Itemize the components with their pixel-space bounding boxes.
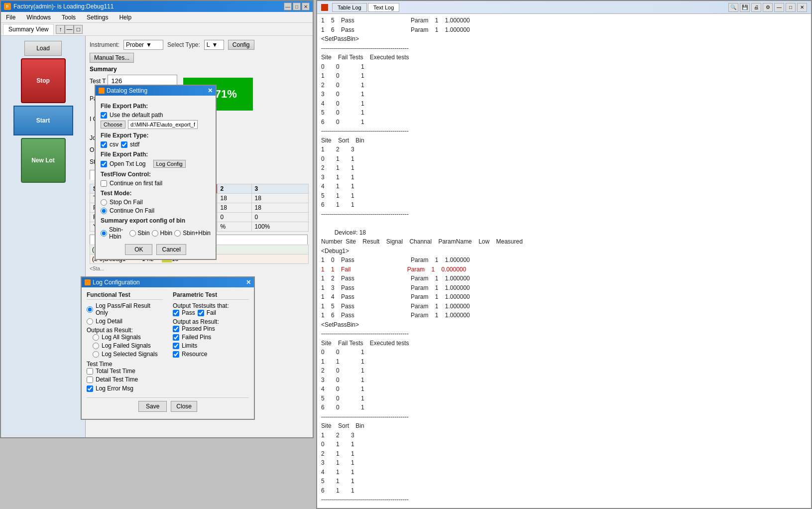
stdf-checkbox[interactable]: [121, 141, 127, 148]
datalog-text-content[interactable]: 1 5 Pass Param 1 1.000000 1 6 Pass Param…: [317, 14, 811, 508]
stop-on-fail-radio[interactable]: [101, 199, 107, 206]
manual-test-button[interactable]: Manual Tes...: [90, 53, 134, 63]
datalog-setting-body: File Export Path: Use the default path C…: [96, 96, 216, 259]
restore-button[interactable]: □: [293, 2, 301, 10]
minimize-button[interactable]: —: [284, 2, 292, 10]
continue-first-fail-checkbox[interactable]: [101, 180, 107, 187]
dialog-title-left: Datalog Setting: [99, 87, 147, 94]
test-label: Test T: [90, 78, 106, 85]
log-config-icon: [85, 279, 91, 285]
datalog-setting-close-button[interactable]: ✕: [208, 87, 213, 94]
tab-bar: Summary View ↑ — □: [1, 23, 313, 36]
instrument-combo[interactable]: Prober ▼: [123, 40, 163, 50]
datalog-print-button[interactable]: 🖨: [751, 3, 761, 12]
detail-test-time-checkbox[interactable]: [87, 377, 93, 383]
open-txt-log-label: Open Txt Log: [110, 160, 146, 167]
menu-windows[interactable]: Windows: [23, 13, 54, 22]
close-log-button[interactable]: Close: [171, 401, 197, 412]
col-2: 2: [217, 184, 251, 194]
datalog-close-button[interactable]: ✕: [797, 3, 807, 12]
log-failed-signals-radio[interactable]: [93, 343, 99, 349]
stop-button[interactable]: Stop: [21, 58, 66, 103]
fail-checkbox[interactable]: [198, 310, 204, 316]
ok-button[interactable]: OK: [125, 244, 152, 255]
datalog-minimize-button[interactable]: —: [774, 3, 784, 12]
log-failed-signals-label: Log Failed Signals: [102, 342, 151, 349]
table-log-tab[interactable]: Table Log: [332, 3, 367, 12]
datalog-setting-title-bar: Datalog Setting ✕: [96, 86, 216, 96]
sbin-radio[interactable]: [129, 230, 136, 237]
test-time-label: Test Time: [87, 361, 163, 368]
log-config-two-col: Functional Test Log Pass/Fail Result Onl…: [87, 291, 249, 393]
sbin-hbin-radio[interactable]: [101, 230, 107, 237]
detail-test-time-row: Detail Test Time: [87, 376, 163, 383]
log-config-close-button[interactable]: ✕: [246, 279, 251, 286]
log-config-body: Functional Test Log Pass/Fail Result Onl…: [82, 287, 254, 419]
use-default-path-checkbox[interactable]: [101, 112, 107, 119]
datalog-dialog-buttons: OK Cancel: [101, 244, 211, 255]
text-log-tab[interactable]: Text Log: [368, 3, 400, 12]
stop-on-fail-label: Stop On Fail: [110, 199, 143, 206]
limits-checkbox[interactable]: [173, 343, 179, 349]
summary-title: Summary: [90, 66, 177, 73]
test-mode-label: Test Mode:: [101, 190, 211, 197]
log-selected-signals-label: Log Selected Signals: [102, 351, 158, 358]
tab-restore-button[interactable]: □: [74, 25, 83, 34]
log-config-button[interactable]: Log Config: [153, 160, 186, 168]
datalog-settings-button[interactable]: ⚙: [763, 3, 773, 12]
sbin-plus-hbin-label: Sbin+Hbin: [183, 230, 211, 237]
log-selected-signals-radio[interactable]: [93, 351, 99, 358]
new-lot-button[interactable]: New Lot: [21, 138, 66, 183]
combo-arrow-icon: ▼: [146, 41, 152, 48]
sbin-hbin-label: Sbin-Hbin: [109, 226, 127, 240]
tab-upload-button[interactable]: ↑: [56, 25, 65, 34]
config-button[interactable]: Config: [228, 40, 254, 50]
select-type-combo[interactable]: L ▼: [204, 40, 224, 50]
resource-checkbox[interactable]: [173, 351, 179, 358]
sbin-plus-hbin-radio[interactable]: [174, 230, 181, 237]
log-error-msg-row: Log Error Msg: [87, 385, 163, 392]
instrument-row: Instrument: Prober ▼ Select Type: L ▼ Co…: [90, 40, 309, 50]
tab-summary-view[interactable]: Summary View: [3, 24, 54, 35]
datalog-save-button[interactable]: 💾: [740, 3, 750, 12]
menu-settings[interactable]: Settings: [84, 13, 111, 22]
save-button[interactable]: Save: [138, 401, 167, 412]
log-all-signals-radio[interactable]: [93, 334, 99, 341]
menu-file[interactable]: File: [3, 13, 18, 22]
datalog-setting-title-text: Datalog Setting: [107, 87, 147, 94]
parametric-test-title: Parametric Test: [173, 291, 249, 300]
datalog-setting-dialog: Datalog Setting ✕ File Export Path: Use …: [95, 85, 217, 260]
log-config-title-bar: Log Configuration ✕: [82, 277, 254, 287]
datalog-search-button[interactable]: 🔍: [728, 3, 738, 12]
path-input[interactable]: [128, 120, 198, 129]
output-testsuits-label: Output Testsuits that:: [173, 302, 249, 309]
continue-first-fail-row: Continue on first fail: [101, 180, 211, 187]
close-button[interactable]: ✕: [302, 2, 310, 10]
cancel-button[interactable]: Cancel: [156, 244, 186, 255]
csv-checkbox[interactable]: [101, 141, 107, 148]
continue-on-fail-radio[interactable]: [101, 208, 107, 214]
open-txt-log-checkbox[interactable]: [101, 161, 107, 167]
datalog-restore-button[interactable]: □: [786, 3, 796, 12]
yield-spacer: [183, 66, 253, 76]
open-txt-log-row: Open Txt Log Log Config: [101, 160, 211, 168]
status-bar-hint: <Sta...: [90, 266, 309, 271]
hbin-radio[interactable]: [152, 230, 158, 237]
pass-checkbox[interactable]: [173, 310, 179, 316]
menu-help[interactable]: Help: [116, 13, 134, 22]
tab-minimize-button[interactable]: —: [65, 25, 74, 34]
load-button[interactable]: Load: [24, 41, 62, 56]
log-error-msg-checkbox[interactable]: [87, 385, 93, 392]
total-test-time-checkbox[interactable]: [87, 368, 93, 375]
log-detail-radio[interactable]: [87, 318, 93, 325]
failed-pins-checkbox[interactable]: [173, 334, 179, 341]
start-button[interactable]: Start: [13, 106, 73, 135]
window-controls: — □ ✕: [284, 2, 310, 10]
select-type-arrow-icon: ▼: [212, 41, 218, 48]
passed-pins-checkbox[interactable]: [173, 326, 179, 332]
log-pass-fail-radio[interactable]: [87, 306, 93, 313]
menu-tools[interactable]: Tools: [59, 13, 79, 22]
passed-pins-row: Passed Pins: [173, 325, 249, 332]
choose-button[interactable]: Choose: [101, 121, 125, 128]
output-options: Log All Signals Log Failed Signals Log S…: [93, 334, 163, 358]
